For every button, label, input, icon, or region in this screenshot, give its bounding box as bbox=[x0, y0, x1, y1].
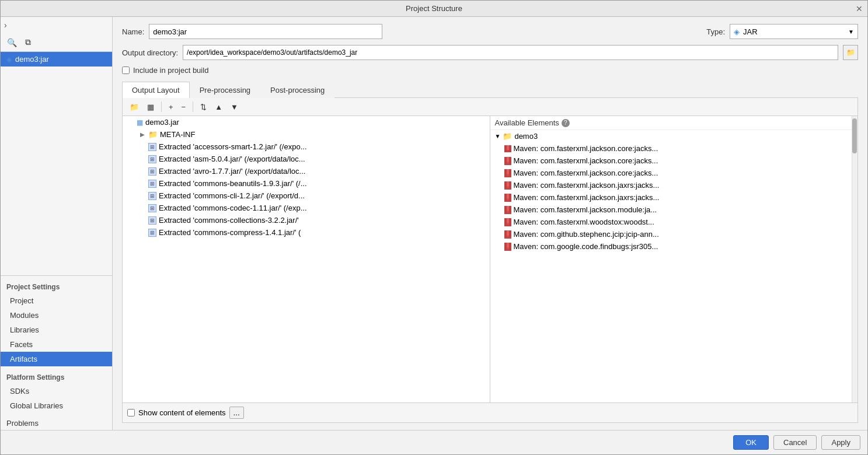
svg-rect-16 bbox=[507, 206, 509, 211]
avail-label: Maven: com.github.stephenc.jcip:jcip-ann… bbox=[514, 230, 659, 239]
tab-output-layout-label: Output Layout bbox=[132, 86, 180, 94]
sidebar-item-artifacts[interactable]: Artifacts bbox=[1, 352, 112, 366]
tree-item-collections[interactable]: ⊞ Extracted 'commons-collections-3.2.2.j… bbox=[123, 214, 490, 226]
name-label: Name: bbox=[122, 27, 144, 36]
expand-icon[interactable]: ▶ bbox=[139, 131, 146, 138]
ok-button[interactable]: OK bbox=[733, 435, 769, 450]
close-button[interactable]: ✕ bbox=[856, 4, 863, 13]
dialog-footer: OK Cancel Apply bbox=[1, 430, 867, 454]
back-arrow[interactable]: › bbox=[1, 17, 112, 33]
maven-icon bbox=[504, 169, 511, 177]
name-input[interactable] bbox=[149, 24, 382, 39]
show-content-checkbox[interactable] bbox=[127, 409, 135, 416]
svg-rect-12 bbox=[504, 194, 507, 201]
maven-icon bbox=[504, 243, 511, 251]
create-dir-button[interactable]: 📁 bbox=[126, 100, 142, 114]
down-button[interactable]: ▼ bbox=[227, 100, 242, 114]
svg-rect-14 bbox=[509, 194, 511, 201]
svg-rect-11 bbox=[509, 181, 511, 188]
layout-icon-button[interactable]: ▦ bbox=[144, 100, 158, 114]
tree-item-avro[interactable]: ⊞ Extracted 'avro-1.7.7.jar/' (/export/d… bbox=[123, 165, 490, 177]
module-folder-icon: 📁 bbox=[503, 132, 512, 141]
sidebar-item-problems[interactable]: Problems bbox=[1, 413, 112, 430]
avail-item-maven-7[interactable]: Maven: com.fasterxml.woodstox:woodst... bbox=[490, 216, 852, 228]
tree-item-beanutils[interactable]: ⊞ Extracted 'commons-beanutils-1.9.3.jar… bbox=[123, 177, 490, 190]
avail-item-maven-8[interactable]: Maven: com.github.stephenc.jcip:jcip-ann… bbox=[490, 228, 852, 240]
up-button[interactable]: ▲ bbox=[211, 100, 226, 114]
artifact-item-label: demo3:jar bbox=[15, 55, 49, 64]
remove-button[interactable]: − bbox=[178, 100, 190, 114]
layout-toolbar: 📁 ▦ + − ⇅ ▲ ▼ bbox=[123, 98, 857, 116]
extracted-icon: ⊞ bbox=[148, 167, 156, 176]
maven-icon bbox=[504, 218, 511, 226]
browse-button[interactable]: 📁 bbox=[843, 45, 858, 60]
sidebar-item-libraries[interactable]: Libraries bbox=[1, 323, 112, 337]
sidebar-item-global-libraries-label: Global Libraries bbox=[10, 401, 63, 410]
sort-button[interactable]: ⇅ bbox=[197, 100, 210, 114]
sidebar-item-artifacts-label: Artifacts bbox=[10, 355, 37, 363]
avail-item-maven-1[interactable]: Maven: com.fasterxml.jackson.core:jacks.… bbox=[490, 142, 852, 155]
toolbar-separator-2 bbox=[193, 102, 193, 112]
tree-item-cli[interactable]: ⊞ Extracted 'commons-cli-1.2.jar/' (/exp… bbox=[123, 190, 490, 202]
artifact-item-demo3jar[interactable]: ◈ demo3:jar bbox=[1, 52, 112, 66]
svg-rect-10 bbox=[507, 181, 509, 186]
sidebar-item-sdks[interactable]: SDKs bbox=[1, 384, 112, 398]
tree-item-codec[interactable]: ⊞ Extracted 'commons-codec-1.11.jar/' (/… bbox=[123, 202, 490, 214]
tree-item-demo3jar[interactable]: ▦ demo3.jar bbox=[123, 116, 490, 128]
tree-item-meta-inf[interactable]: ▶ 📁 META-INF bbox=[123, 128, 490, 141]
extracted-icon: ⊞ bbox=[148, 229, 156, 237]
output-dir-label: Output directory: bbox=[122, 48, 178, 57]
tree-item-label: Extracted 'avro-1.7.7.jar/' (/export/dat… bbox=[159, 167, 305, 176]
svg-rect-13 bbox=[507, 194, 509, 198]
copy-button[interactable]: ⧉ bbox=[22, 36, 34, 49]
sidebar-item-facets[interactable]: Facets bbox=[1, 337, 112, 352]
project-structure-dialog: Project Structure ✕ › 🔍 ⧉ ◈ demo3:jar bbox=[0, 0, 868, 455]
avail-item-maven-9[interactable]: Maven: com.google.code.findbugs:jsr305..… bbox=[490, 240, 852, 253]
scrollbar-thumb[interactable] bbox=[852, 118, 857, 153]
avail-label: Maven: com.fasterxml.jackson.module:ja..… bbox=[514, 205, 657, 214]
tab-pre-processing-label: Pre-processing bbox=[200, 86, 250, 94]
avail-item-maven-6[interactable]: Maven: com.fasterxml.jackson.module:ja..… bbox=[490, 204, 852, 216]
search-button[interactable]: 🔍 bbox=[4, 36, 20, 49]
avail-item-maven-5[interactable]: Maven: com.fasterxml.jackson.jaxrs:jacks… bbox=[490, 191, 852, 204]
avail-item-demo3[interactable]: ▼ 📁 demo3 bbox=[490, 130, 852, 142]
add-button[interactable]: + bbox=[165, 100, 177, 114]
output-layout-panel: 📁 ▦ + − ⇅ ▲ ▼ bbox=[122, 98, 858, 423]
apply-button[interactable]: Apply bbox=[821, 435, 860, 450]
available-elements-panel: Available Elements ? ▼ 📁 demo3 bbox=[490, 116, 852, 402]
output-dir-input[interactable] bbox=[183, 45, 838, 60]
help-icon[interactable]: ? bbox=[562, 119, 570, 127]
folder-icon: 📁 bbox=[148, 130, 158, 139]
name-section: Name: bbox=[122, 24, 697, 39]
svg-rect-5 bbox=[509, 157, 511, 164]
sidebar-item-global-libraries[interactable]: Global Libraries bbox=[1, 398, 112, 413]
dialog-title: Project Structure bbox=[406, 4, 462, 13]
project-settings-label: Project Settings bbox=[1, 278, 112, 293]
sidebar-item-project[interactable]: Project bbox=[1, 293, 112, 308]
tree-item-asm[interactable]: ⊞ Extracted 'asm-5.0.4.jar/' (/export/da… bbox=[123, 153, 490, 165]
tab-output-layout[interactable]: Output Layout bbox=[122, 82, 190, 98]
more-button[interactable]: ... bbox=[229, 407, 244, 419]
include-label: Include in project build bbox=[133, 66, 208, 75]
svg-rect-26 bbox=[509, 243, 511, 250]
problems-label: Problems bbox=[6, 419, 39, 428]
tree-item-accessors[interactable]: ⊞ Extracted 'accessors-smart-1.2.jar/' (… bbox=[123, 141, 490, 153]
artifact-list: ◈ demo3:jar bbox=[1, 52, 112, 273]
right-scrollbar[interactable] bbox=[852, 116, 857, 402]
avail-item-maven-4[interactable]: Maven: com.fasterxml.jackson.jaxrs:jacks… bbox=[490, 179, 852, 191]
avail-item-maven-2[interactable]: Maven: com.fasterxml.jackson.core:jacks.… bbox=[490, 155, 852, 167]
extracted-icon: ⊞ bbox=[148, 216, 156, 225]
tab-post-processing[interactable]: Post-processing bbox=[260, 82, 334, 98]
avail-label: Maven: com.fasterxml.woodstox:woodst... bbox=[514, 218, 654, 226]
type-dropdown[interactable]: ◈ JAR ▼ bbox=[730, 24, 858, 39]
tree-item-label: META-INF bbox=[160, 130, 195, 139]
tree-item-compress[interactable]: ⊞ Extracted 'commons-compress-1.4.1.jar/… bbox=[123, 226, 490, 239]
sidebar-item-modules[interactable]: Modules bbox=[1, 308, 112, 323]
svg-rect-7 bbox=[507, 169, 509, 174]
sidebar-item-libraries-label: Libraries bbox=[10, 326, 39, 334]
include-checkbox[interactable] bbox=[122, 66, 130, 74]
tab-pre-processing[interactable]: Pre-processing bbox=[190, 82, 260, 98]
cancel-button[interactable]: Cancel bbox=[773, 435, 817, 450]
avail-label: Maven: com.fasterxml.jackson.core:jacks.… bbox=[514, 144, 658, 153]
avail-item-maven-3[interactable]: Maven: com.fasterxml.jackson.core:jacks.… bbox=[490, 167, 852, 179]
